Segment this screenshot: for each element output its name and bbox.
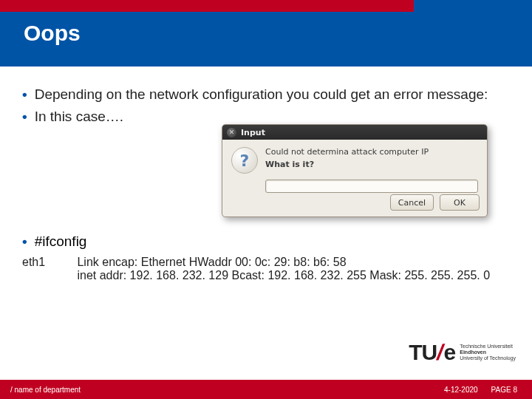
header: Oops xyxy=(0,0,532,66)
header-blue-tab xyxy=(414,0,532,12)
cancel-label: Cancel xyxy=(398,198,426,208)
dialog-input-wrap xyxy=(265,178,478,193)
ifconfig-interface: eth1 xyxy=(22,256,74,269)
ok-button[interactable]: OK xyxy=(440,194,480,211)
bullet-1: • Depending on the network configuration… xyxy=(22,85,510,104)
close-icon[interactable]: ✕ xyxy=(227,128,236,137)
footer-date: 4-12-2020 xyxy=(444,386,478,394)
ok-label: OK xyxy=(454,198,466,208)
tue-logo: TU/e Technische Universiteit Eindhoven U… xyxy=(409,340,516,365)
dialog-title-text: Input xyxy=(241,128,265,137)
ifconfig-output: eth1 Link encap: Ethernet HWaddr 00: 0c:… xyxy=(22,256,510,282)
dialog-body: ? Could not determina attack computer IP… xyxy=(222,140,487,174)
dialog-message-line1: Could not determina attack computer IP xyxy=(265,147,478,158)
logo-text-2: Eindhoven xyxy=(460,349,516,355)
logo-tu: TU xyxy=(409,340,437,365)
slide-title: Oops xyxy=(24,21,81,46)
cancel-button[interactable]: Cancel xyxy=(390,194,434,211)
input-dialog: ✕ Input ? Could not determina attack com… xyxy=(222,124,488,217)
footer-page: PAGE 8 xyxy=(491,386,517,394)
logo-text-3: University of Technology xyxy=(460,355,516,361)
bullet-3: • #ifconfig xyxy=(22,233,86,250)
question-icon: ? xyxy=(231,147,258,174)
dialog-text-input[interactable] xyxy=(265,180,478,193)
dialog-buttons: Cancel OK xyxy=(390,194,480,211)
body: • Depending on the network configuration… xyxy=(22,85,510,129)
dialog-titlebar[interactable]: ✕ Input xyxy=(222,125,487,140)
bullet-2: • In this case…. xyxy=(22,107,510,126)
bullet-1-text: Depending on the network configuration y… xyxy=(35,85,510,104)
footer-bar: / name of department 4-12-2020 PAGE 8 xyxy=(0,380,532,399)
bullet-dot-icon: • xyxy=(22,107,27,126)
bullet-3-text: #ifconfig xyxy=(35,233,87,250)
logo-e: e xyxy=(444,340,456,365)
dialog-message: Could not determina attack computer IP W… xyxy=(265,147,478,174)
bullet-2-text: In this case…. xyxy=(35,107,510,126)
close-glyph: ✕ xyxy=(229,129,235,136)
slide: Oops • Depending on the network configur… xyxy=(0,0,532,399)
logo-mark: TU/e xyxy=(409,340,455,365)
logo-text-1: Technische Universiteit xyxy=(460,344,516,349)
ifconfig-row1: Link encap: Ethernet HWaddr 00: 0c: 29: … xyxy=(77,256,490,269)
footer-department: / name of department xyxy=(10,386,81,394)
bullet-dot-icon: • xyxy=(22,85,27,104)
logo-text: Technische Universiteit Eindhoven Univer… xyxy=(460,344,516,361)
question-glyph: ? xyxy=(240,151,250,170)
ifconfig-row2: inet addr: 192. 168. 232. 129 Bcast: 192… xyxy=(77,269,490,282)
bullet-dot-icon: • xyxy=(22,233,27,250)
ifconfig-block: Link encap: Ethernet HWaddr 00: 0c: 29: … xyxy=(77,256,490,282)
dialog-message-line2: What is it? xyxy=(265,160,478,171)
